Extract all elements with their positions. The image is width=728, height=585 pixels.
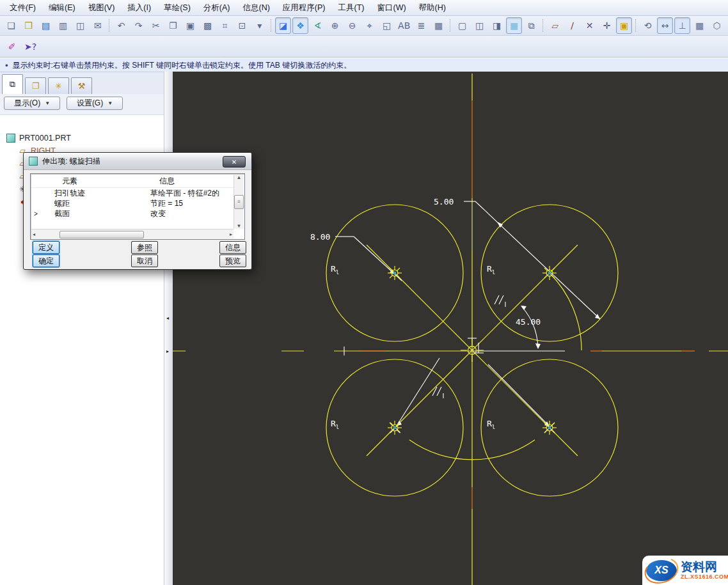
constraint-display-icon[interactable]: ⊥ bbox=[674, 17, 690, 34]
table-row[interactable]: > 截面 改变 bbox=[31, 208, 233, 219]
menu-help[interactable]: 帮助(H) bbox=[413, 1, 452, 15]
vertex-display-icon[interactable]: ⬡ bbox=[709, 17, 725, 34]
tab-connections[interactable]: ⚒ bbox=[71, 77, 92, 94]
redo-icon[interactable]: ↷ bbox=[131, 17, 146, 34]
datum-tag-display-icon[interactable]: ▣ bbox=[616, 17, 632, 34]
sketch-display-icon[interactable]: ◪ bbox=[275, 17, 291, 34]
context-help-icon[interactable]: ➤? bbox=[22, 38, 39, 55]
print-icon[interactable]: ▥ bbox=[55, 17, 71, 34]
tree-root-item[interactable]: PRT0001.PRT bbox=[0, 132, 164, 144]
menu-window[interactable]: 窗口(W) bbox=[371, 1, 411, 15]
sketcher-diagnostics-icon[interactable]: ✐ bbox=[3, 38, 20, 55]
send-icon[interactable]: ✉ bbox=[90, 17, 106, 34]
dimension-display-icon[interactable]: ↔ bbox=[657, 17, 673, 34]
table-row[interactable]: 螺距 节距 = 15 bbox=[31, 198, 233, 208]
sketch-svg[interactable]: 5.00 8.00 45.00 Rl Rl Rl Rl bbox=[173, 72, 728, 585]
collapse-panel-icon[interactable]: ◂ bbox=[166, 315, 169, 321]
datum-refs-icon[interactable]: ❖ bbox=[292, 17, 308, 34]
center-point-bottom-right[interactable] bbox=[542, 421, 557, 435]
center-point-bottom-left[interactable] bbox=[388, 421, 402, 435]
menu-insert[interactable]: 插入(I) bbox=[122, 1, 157, 15]
model-tree-toggle-icon[interactable]: ⧉ bbox=[523, 17, 539, 34]
view-change-icon[interactable]: ⟲ bbox=[640, 17, 656, 34]
menu-sketch[interactable]: 草绘(S) bbox=[158, 1, 196, 15]
scroll-left-icon[interactable]: ◂ bbox=[33, 231, 35, 237]
vertical-scrollbar[interactable]: ▲ ≡ ▼ bbox=[233, 175, 244, 229]
plane-display-icon[interactable]: ▱ bbox=[547, 17, 563, 34]
point-display-icon[interactable]: ✕ bbox=[582, 17, 597, 34]
hidden-line-icon[interactable]: ◫ bbox=[471, 17, 487, 34]
radius-leader-bottom-right[interactable] bbox=[488, 364, 550, 426]
close-icon[interactable]: ✕ bbox=[223, 156, 246, 168]
select-box-icon[interactable]: ⊡ bbox=[234, 17, 250, 34]
scroll-down-icon[interactable]: ▼ bbox=[237, 223, 242, 229]
undo-icon[interactable]: ↶ bbox=[113, 17, 129, 34]
settings-button[interactable]: 设置(G) ▼ bbox=[67, 97, 123, 110]
menu-edit[interactable]: 编辑(E) bbox=[43, 1, 81, 15]
menu-tools[interactable]: 工具(T) bbox=[333, 1, 370, 15]
find-icon[interactable]: ⌗ bbox=[217, 17, 233, 34]
paste-icon[interactable]: ▣ bbox=[182, 17, 198, 34]
tab-folder-browser[interactable]: ❐ bbox=[25, 77, 46, 94]
center-point-top-left[interactable] bbox=[388, 266, 402, 280]
parallel-constraint-icon[interactable] bbox=[495, 295, 505, 307]
view-manager-icon[interactable]: ▦ bbox=[431, 17, 447, 34]
annotation-icon[interactable]: AB bbox=[396, 17, 412, 34]
select-dropdown-icon[interactable]: ▾ bbox=[251, 17, 267, 34]
radius-label-bottom-right[interactable]: Rl bbox=[487, 419, 495, 430]
cancel-button[interactable]: 取消 bbox=[131, 254, 158, 267]
scroll-right-icon[interactable]: ▸ bbox=[230, 231, 232, 237]
info-button[interactable]: 信息 bbox=[219, 241, 246, 254]
grid-display-icon[interactable]: ▦ bbox=[692, 17, 708, 34]
scrollbar-thumb[interactable]: ≡ bbox=[234, 195, 244, 209]
cut-icon[interactable]: ✂ bbox=[148, 17, 164, 34]
dimension-angle-45[interactable] bbox=[522, 307, 538, 348]
define-button[interactable]: 定义 bbox=[33, 241, 59, 254]
constraints-icon[interactable]: ∢ bbox=[310, 17, 326, 34]
show-button[interactable]: 显示(O) ▼ bbox=[4, 97, 60, 110]
csys-display-icon[interactable]: ✛ bbox=[599, 17, 615, 34]
dialog-titlebar[interactable]: 伸出项: 螺旋扫描 bbox=[24, 153, 251, 170]
menu-file[interactable]: 文件(F) bbox=[4, 1, 42, 15]
menu-applications[interactable]: 应用程序(P) bbox=[277, 1, 331, 15]
shaded-icon[interactable]: ■ bbox=[506, 17, 522, 34]
open-file-icon[interactable]: ❒ bbox=[20, 17, 36, 34]
print-preview-icon[interactable]: ◫ bbox=[72, 17, 88, 34]
menu-view[interactable]: 视图(V) bbox=[83, 1, 121, 15]
save-icon[interactable]: ▤ bbox=[38, 17, 54, 34]
radius-leader-bottom-left[interactable] bbox=[397, 358, 439, 426]
zoom-in-icon[interactable]: ⊕ bbox=[327, 17, 343, 34]
zoom-fit-icon[interactable]: ⌖ bbox=[361, 17, 377, 34]
menu-analysis[interactable]: 分析(A) bbox=[198, 1, 236, 15]
expand-panel-icon[interactable]: ▸ bbox=[166, 348, 169, 354]
new-file-icon[interactable]: ❏ bbox=[3, 17, 19, 34]
panel-splitter[interactable]: ◂ ▸ bbox=[164, 72, 173, 585]
zoom-out-icon[interactable]: ⊖ bbox=[344, 17, 360, 34]
layers-icon[interactable]: ≣ bbox=[413, 17, 429, 34]
radius-label-bottom-left[interactable]: Rl bbox=[331, 419, 339, 430]
horizontal-scrollbar[interactable]: ◂ ▸ bbox=[31, 229, 233, 238]
repaint-icon[interactable]: ◱ bbox=[379, 17, 395, 34]
dimension-text-45[interactable]: 45.00 bbox=[516, 317, 541, 327]
wireframe-icon[interactable]: ▢ bbox=[454, 17, 470, 34]
ok-button[interactable]: 确定 bbox=[33, 254, 59, 267]
paste-special-icon[interactable]: ▩ bbox=[200, 17, 216, 34]
construction-arc-right[interactable] bbox=[550, 273, 582, 350]
scroll-up-icon[interactable]: ▲ bbox=[237, 175, 242, 180]
scrollbar-thumb[interactable] bbox=[59, 231, 144, 238]
radius-label-top-left[interactable]: Rl bbox=[331, 264, 339, 276]
no-hidden-icon[interactable]: ◨ bbox=[489, 17, 505, 34]
menu-info[interactable]: 信息(N) bbox=[237, 1, 275, 15]
dimension-text-8[interactable]: 8.00 bbox=[310, 232, 330, 242]
center-point-top-right[interactable] bbox=[542, 266, 557, 280]
axis-display-icon[interactable]: ∕ bbox=[564, 17, 580, 34]
refs-button[interactable]: 参照 bbox=[131, 241, 158, 254]
tab-favorites[interactable]: ✳ bbox=[48, 77, 69, 94]
dimension-radius-5[interactable] bbox=[464, 201, 600, 319]
copy-icon[interactable]: ❐ bbox=[165, 17, 181, 34]
radius-label-top-right[interactable]: Rl bbox=[487, 264, 495, 276]
tab-model-tree[interactable]: ⧉ bbox=[2, 74, 23, 94]
sketch-canvas[interactable]: 5.00 8.00 45.00 Rl Rl Rl Rl XS 资料网 ZL.XS… bbox=[173, 72, 728, 585]
table-row[interactable]: 扫引轨迹 草绘平面 - 特征#2的 bbox=[31, 188, 233, 198]
dimension-text-5[interactable]: 5.00 bbox=[434, 197, 454, 207]
